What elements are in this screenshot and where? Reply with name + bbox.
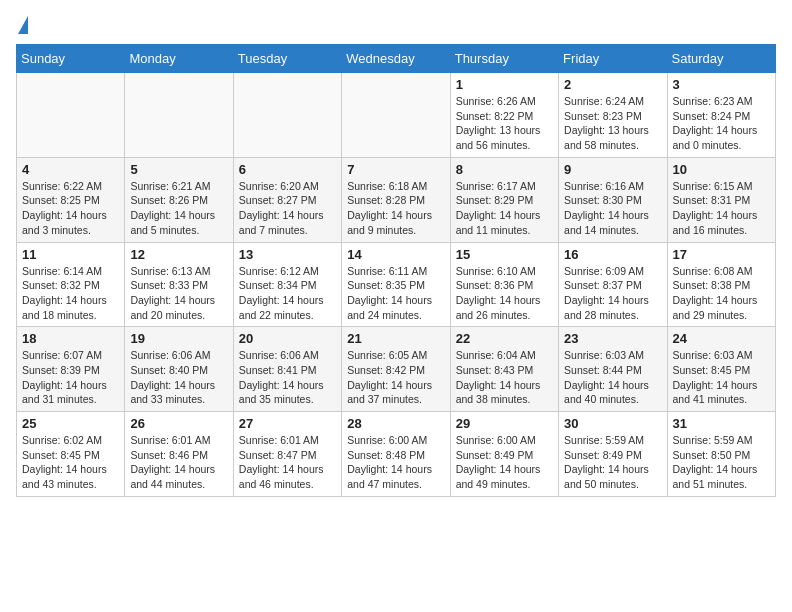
calendar-cell: 8Sunrise: 6:17 AM Sunset: 8:29 PM Daylig… (450, 157, 558, 242)
calendar-cell: 22Sunrise: 6:04 AM Sunset: 8:43 PM Dayli… (450, 327, 558, 412)
calendar-cell: 1Sunrise: 6:26 AM Sunset: 8:22 PM Daylig… (450, 73, 558, 158)
cell-info: Sunrise: 6:11 AM Sunset: 8:35 PM Dayligh… (347, 264, 444, 323)
day-number: 3 (673, 77, 770, 92)
calendar-cell: 17Sunrise: 6:08 AM Sunset: 8:38 PM Dayli… (667, 242, 775, 327)
cell-info: Sunrise: 6:12 AM Sunset: 8:34 PM Dayligh… (239, 264, 336, 323)
calendar-cell: 18Sunrise: 6:07 AM Sunset: 8:39 PM Dayli… (17, 327, 125, 412)
cell-info: Sunrise: 6:02 AM Sunset: 8:45 PM Dayligh… (22, 433, 119, 492)
day-number: 24 (673, 331, 770, 346)
day-number: 14 (347, 247, 444, 262)
day-number: 20 (239, 331, 336, 346)
calendar-cell: 16Sunrise: 6:09 AM Sunset: 8:37 PM Dayli… (559, 242, 667, 327)
cell-info: Sunrise: 6:07 AM Sunset: 8:39 PM Dayligh… (22, 348, 119, 407)
cell-info: Sunrise: 6:01 AM Sunset: 8:46 PM Dayligh… (130, 433, 227, 492)
day-number: 21 (347, 331, 444, 346)
cell-info: Sunrise: 6:24 AM Sunset: 8:23 PM Dayligh… (564, 94, 661, 153)
cell-info: Sunrise: 6:05 AM Sunset: 8:42 PM Dayligh… (347, 348, 444, 407)
cell-info: Sunrise: 6:00 AM Sunset: 8:48 PM Dayligh… (347, 433, 444, 492)
calendar-cell: 29Sunrise: 6:00 AM Sunset: 8:49 PM Dayli… (450, 412, 558, 497)
calendar-header-friday: Friday (559, 45, 667, 73)
day-number: 15 (456, 247, 553, 262)
day-number: 19 (130, 331, 227, 346)
calendar-cell: 12Sunrise: 6:13 AM Sunset: 8:33 PM Dayli… (125, 242, 233, 327)
cell-info: Sunrise: 6:15 AM Sunset: 8:31 PM Dayligh… (673, 179, 770, 238)
calendar-cell: 2Sunrise: 6:24 AM Sunset: 8:23 PM Daylig… (559, 73, 667, 158)
calendar-cell: 9Sunrise: 6:16 AM Sunset: 8:30 PM Daylig… (559, 157, 667, 242)
calendar-cell: 7Sunrise: 6:18 AM Sunset: 8:28 PM Daylig… (342, 157, 450, 242)
cell-info: Sunrise: 5:59 AM Sunset: 8:49 PM Dayligh… (564, 433, 661, 492)
day-number: 13 (239, 247, 336, 262)
calendar-cell: 21Sunrise: 6:05 AM Sunset: 8:42 PM Dayli… (342, 327, 450, 412)
day-number: 23 (564, 331, 661, 346)
calendar-cell: 24Sunrise: 6:03 AM Sunset: 8:45 PM Dayli… (667, 327, 775, 412)
calendar-cell: 23Sunrise: 6:03 AM Sunset: 8:44 PM Dayli… (559, 327, 667, 412)
calendar-cell: 14Sunrise: 6:11 AM Sunset: 8:35 PM Dayli… (342, 242, 450, 327)
calendar-week-5: 25Sunrise: 6:02 AM Sunset: 8:45 PM Dayli… (17, 412, 776, 497)
calendar-cell: 30Sunrise: 5:59 AM Sunset: 8:49 PM Dayli… (559, 412, 667, 497)
cell-info: Sunrise: 6:01 AM Sunset: 8:47 PM Dayligh… (239, 433, 336, 492)
calendar-week-4: 18Sunrise: 6:07 AM Sunset: 8:39 PM Dayli… (17, 327, 776, 412)
day-number: 12 (130, 247, 227, 262)
logo (16, 16, 28, 36)
cell-info: Sunrise: 6:09 AM Sunset: 8:37 PM Dayligh… (564, 264, 661, 323)
calendar-week-3: 11Sunrise: 6:14 AM Sunset: 8:32 PM Dayli… (17, 242, 776, 327)
cell-info: Sunrise: 6:17 AM Sunset: 8:29 PM Dayligh… (456, 179, 553, 238)
day-number: 17 (673, 247, 770, 262)
day-number: 28 (347, 416, 444, 431)
cell-info: Sunrise: 6:13 AM Sunset: 8:33 PM Dayligh… (130, 264, 227, 323)
day-number: 26 (130, 416, 227, 431)
day-number: 16 (564, 247, 661, 262)
day-number: 29 (456, 416, 553, 431)
cell-info: Sunrise: 6:10 AM Sunset: 8:36 PM Dayligh… (456, 264, 553, 323)
day-number: 7 (347, 162, 444, 177)
calendar-header-monday: Monday (125, 45, 233, 73)
calendar-cell: 11Sunrise: 6:14 AM Sunset: 8:32 PM Dayli… (17, 242, 125, 327)
calendar-table: SundayMondayTuesdayWednesdayThursdayFrid… (16, 44, 776, 497)
day-number: 11 (22, 247, 119, 262)
cell-info: Sunrise: 6:03 AM Sunset: 8:45 PM Dayligh… (673, 348, 770, 407)
cell-info: Sunrise: 6:04 AM Sunset: 8:43 PM Dayligh… (456, 348, 553, 407)
calendar-cell: 4Sunrise: 6:22 AM Sunset: 8:25 PM Daylig… (17, 157, 125, 242)
calendar-header-row: SundayMondayTuesdayWednesdayThursdayFrid… (17, 45, 776, 73)
calendar-header-saturday: Saturday (667, 45, 775, 73)
cell-info: Sunrise: 6:06 AM Sunset: 8:40 PM Dayligh… (130, 348, 227, 407)
calendar-cell (125, 73, 233, 158)
calendar-header-tuesday: Tuesday (233, 45, 341, 73)
calendar-header-thursday: Thursday (450, 45, 558, 73)
calendar-cell (233, 73, 341, 158)
calendar-cell: 26Sunrise: 6:01 AM Sunset: 8:46 PM Dayli… (125, 412, 233, 497)
calendar-cell: 13Sunrise: 6:12 AM Sunset: 8:34 PM Dayli… (233, 242, 341, 327)
day-number: 9 (564, 162, 661, 177)
cell-info: Sunrise: 6:18 AM Sunset: 8:28 PM Dayligh… (347, 179, 444, 238)
day-number: 22 (456, 331, 553, 346)
day-number: 8 (456, 162, 553, 177)
cell-info: Sunrise: 6:26 AM Sunset: 8:22 PM Dayligh… (456, 94, 553, 153)
day-number: 30 (564, 416, 661, 431)
logo-triangle-icon (18, 16, 28, 34)
cell-info: Sunrise: 6:08 AM Sunset: 8:38 PM Dayligh… (673, 264, 770, 323)
calendar-week-2: 4Sunrise: 6:22 AM Sunset: 8:25 PM Daylig… (17, 157, 776, 242)
calendar-cell: 15Sunrise: 6:10 AM Sunset: 8:36 PM Dayli… (450, 242, 558, 327)
day-number: 10 (673, 162, 770, 177)
page-header (16, 16, 776, 36)
day-number: 2 (564, 77, 661, 92)
calendar-cell: 31Sunrise: 5:59 AM Sunset: 8:50 PM Dayli… (667, 412, 775, 497)
calendar-cell: 27Sunrise: 6:01 AM Sunset: 8:47 PM Dayli… (233, 412, 341, 497)
calendar-cell: 25Sunrise: 6:02 AM Sunset: 8:45 PM Dayli… (17, 412, 125, 497)
cell-info: Sunrise: 6:16 AM Sunset: 8:30 PM Dayligh… (564, 179, 661, 238)
calendar-cell (17, 73, 125, 158)
cell-info: Sunrise: 6:22 AM Sunset: 8:25 PM Dayligh… (22, 179, 119, 238)
calendar-cell: 5Sunrise: 6:21 AM Sunset: 8:26 PM Daylig… (125, 157, 233, 242)
calendar-header-sunday: Sunday (17, 45, 125, 73)
cell-info: Sunrise: 6:06 AM Sunset: 8:41 PM Dayligh… (239, 348, 336, 407)
day-number: 4 (22, 162, 119, 177)
day-number: 31 (673, 416, 770, 431)
cell-info: Sunrise: 6:14 AM Sunset: 8:32 PM Dayligh… (22, 264, 119, 323)
calendar-cell: 28Sunrise: 6:00 AM Sunset: 8:48 PM Dayli… (342, 412, 450, 497)
calendar-cell: 19Sunrise: 6:06 AM Sunset: 8:40 PM Dayli… (125, 327, 233, 412)
cell-info: Sunrise: 6:21 AM Sunset: 8:26 PM Dayligh… (130, 179, 227, 238)
calendar-cell: 20Sunrise: 6:06 AM Sunset: 8:41 PM Dayli… (233, 327, 341, 412)
calendar-week-1: 1Sunrise: 6:26 AM Sunset: 8:22 PM Daylig… (17, 73, 776, 158)
cell-info: Sunrise: 5:59 AM Sunset: 8:50 PM Dayligh… (673, 433, 770, 492)
calendar-cell: 3Sunrise: 6:23 AM Sunset: 8:24 PM Daylig… (667, 73, 775, 158)
